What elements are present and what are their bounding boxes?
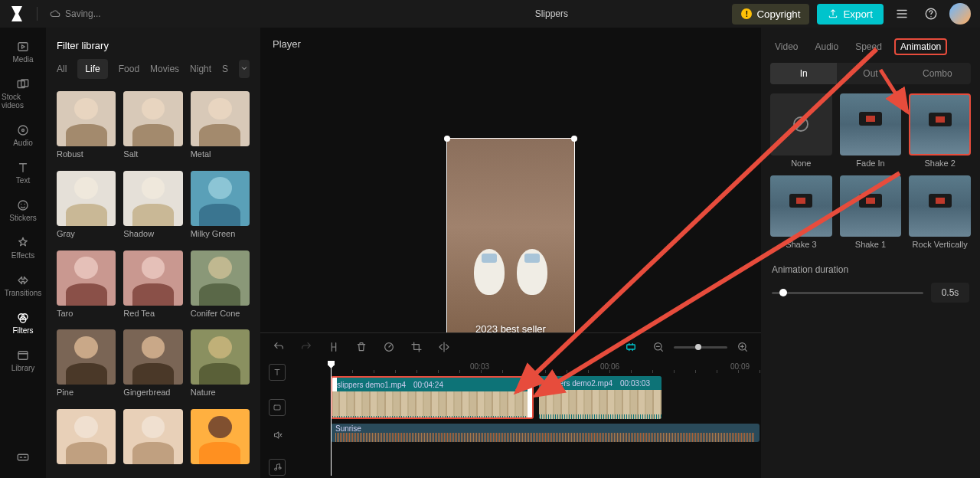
filter-item[interactable]: Robust xyxy=(57,91,116,165)
filter-item[interactable]: Conifer Cone xyxy=(191,250,250,324)
video-track-button[interactable] xyxy=(269,399,286,416)
anim-shake-2[interactable]: Shake 2 xyxy=(909,93,971,168)
duration-slider[interactable] xyxy=(772,292,923,294)
tab-speed[interactable]: Speed xyxy=(851,38,887,55)
help-icon xyxy=(924,7,938,21)
anim-rock-vertically[interactable]: Rock Vertically xyxy=(909,175,971,250)
nav-effects[interactable]: Effects xyxy=(2,230,44,266)
mirror-button[interactable] xyxy=(436,339,452,355)
filter-label: Conifer Cone xyxy=(191,309,250,318)
nav-transitions[interactable]: Transitions xyxy=(2,267,44,303)
speed-button[interactable] xyxy=(381,339,397,355)
anim-shake-3[interactable]: Shake 3 xyxy=(770,175,832,250)
resize-handle-tr[interactable] xyxy=(571,136,577,142)
clip-name: slippers demo1.mp4 xyxy=(337,381,406,389)
resize-handle-tl[interactable] xyxy=(444,136,450,142)
split-button[interactable] xyxy=(326,339,341,355)
filter-item[interactable]: Milky Green xyxy=(191,171,250,244)
video-frame[interactable]: 2023 best seller xyxy=(446,138,575,360)
tab-video[interactable]: Video xyxy=(770,38,802,55)
tab-animation[interactable]: Animation xyxy=(894,38,947,55)
nav-audio[interactable]: Audio xyxy=(2,117,44,153)
anim-fade-in[interactable]: Fade In xyxy=(840,93,902,168)
nav-stock-videos[interactable]: Stock videos xyxy=(2,71,44,116)
playhead[interactable] xyxy=(331,361,332,476)
filter-label: Metal xyxy=(191,149,250,159)
svg-point-17 xyxy=(275,468,277,470)
filter-item[interactable]: Gray xyxy=(57,171,116,244)
trash-icon xyxy=(355,341,368,353)
menu-button[interactable] xyxy=(891,3,913,25)
filter-item[interactable]: Pine xyxy=(57,329,116,403)
animation-subtabs: In Out Combo xyxy=(770,63,971,84)
filter-tab-night[interactable]: Night xyxy=(190,59,211,79)
export-button[interactable]: Export xyxy=(817,4,884,25)
mute-track-button[interactable] xyxy=(269,427,286,444)
crop-button[interactable] xyxy=(409,339,424,355)
filter-item[interactable]: Gingerbread xyxy=(123,329,182,403)
filters-icon xyxy=(16,311,30,325)
nav-media[interactable]: Media xyxy=(2,34,44,70)
filter-item[interactable]: Salt xyxy=(123,91,182,165)
anim-none[interactable]: None xyxy=(770,93,832,168)
filter-item[interactable] xyxy=(123,409,182,473)
filter-item[interactable] xyxy=(191,409,250,473)
nav-stickers[interactable]: Stickers xyxy=(2,192,44,228)
svg-rect-1 xyxy=(18,43,28,51)
filter-grid[interactable]: RobustSaltMetalGrayShadowMilky GreenTaro… xyxy=(46,87,260,478)
filter-label: Gingerbread xyxy=(123,388,182,397)
copyright-button[interactable]: ! Copyright xyxy=(732,4,809,25)
filter-item[interactable]: Shadow xyxy=(123,171,182,244)
nav-captions[interactable] xyxy=(2,444,44,470)
filter-tab-movies[interactable]: Movies xyxy=(150,59,179,79)
captions-icon xyxy=(16,450,30,464)
music-track-button[interactable] xyxy=(269,459,286,476)
properties-tabs: Video Audio Speed Animation xyxy=(761,28,980,63)
crop-icon xyxy=(410,341,423,353)
timeline-tracks[interactable]: 00:0300:0600:0900:12 slippers demo1.mp40… xyxy=(294,361,761,476)
filter-tabs-more-button[interactable] xyxy=(239,60,250,78)
nav-filters[interactable]: Filters xyxy=(2,305,44,341)
delete-button[interactable] xyxy=(354,339,369,355)
music-clip[interactable]: Sunrise xyxy=(331,424,760,442)
subtab-out[interactable]: Out xyxy=(837,63,903,84)
user-avatar[interactable] xyxy=(949,3,971,25)
filter-panel-title: Filter library xyxy=(46,28,260,59)
filter-tab-sc[interactable]: Sc xyxy=(222,59,228,79)
clip-2[interactable]: slippers demo2.mp400:03:03 xyxy=(539,376,662,419)
filter-item[interactable]: Taro xyxy=(57,250,116,324)
subtab-combo[interactable]: Combo xyxy=(904,63,971,84)
chevron-down-icon xyxy=(240,64,249,73)
nav-library[interactable]: Library xyxy=(2,342,44,378)
undo-button[interactable] xyxy=(271,339,286,355)
filter-item[interactable]: Metal xyxy=(191,91,250,165)
zoom-out-button[interactable] xyxy=(651,339,666,355)
anim-shake-1[interactable]: Shake 1 xyxy=(840,175,902,250)
clip-right-handle[interactable] xyxy=(528,378,534,417)
timeline-ruler[interactable]: 00:0300:0600:0900:12 xyxy=(294,361,761,375)
filter-item[interactable] xyxy=(57,409,116,473)
tab-audio[interactable]: Audio xyxy=(810,38,843,55)
svg-rect-13 xyxy=(627,345,635,349)
filter-tab-food[interactable]: Food xyxy=(119,59,139,79)
duration-value[interactable]: 0.5s xyxy=(931,283,969,303)
text-track-button[interactable] xyxy=(269,364,286,381)
zoom-in-button[interactable] xyxy=(735,339,750,355)
filter-tab-life[interactable]: Life xyxy=(77,59,107,79)
filter-item[interactable]: Nature xyxy=(191,329,250,403)
filter-item[interactable]: Red Tea xyxy=(123,250,182,324)
filter-label: Pine xyxy=(57,388,116,397)
help-button[interactable] xyxy=(920,3,942,25)
zoom-slider[interactable] xyxy=(674,346,727,349)
filter-tab-all[interactable]: All xyxy=(57,59,67,79)
timeline-area: 00:0300:0600:0900:12 slippers demo1.mp40… xyxy=(260,332,761,478)
player-area: Player 2023 best seller 00:00:00:02 / 00… xyxy=(260,28,761,478)
text-icon xyxy=(16,161,30,175)
svg-point-6 xyxy=(18,201,28,210)
nav-text[interactable]: Text xyxy=(2,155,44,191)
redo-button[interactable] xyxy=(299,339,314,355)
clip-1[interactable]: slippers demo1.mp400:04:24 xyxy=(331,376,534,419)
subtab-in[interactable]: In xyxy=(770,63,837,84)
auto-button[interactable] xyxy=(623,339,639,355)
filter-panel: Filter library All Life Food Movies Nigh… xyxy=(46,28,260,478)
